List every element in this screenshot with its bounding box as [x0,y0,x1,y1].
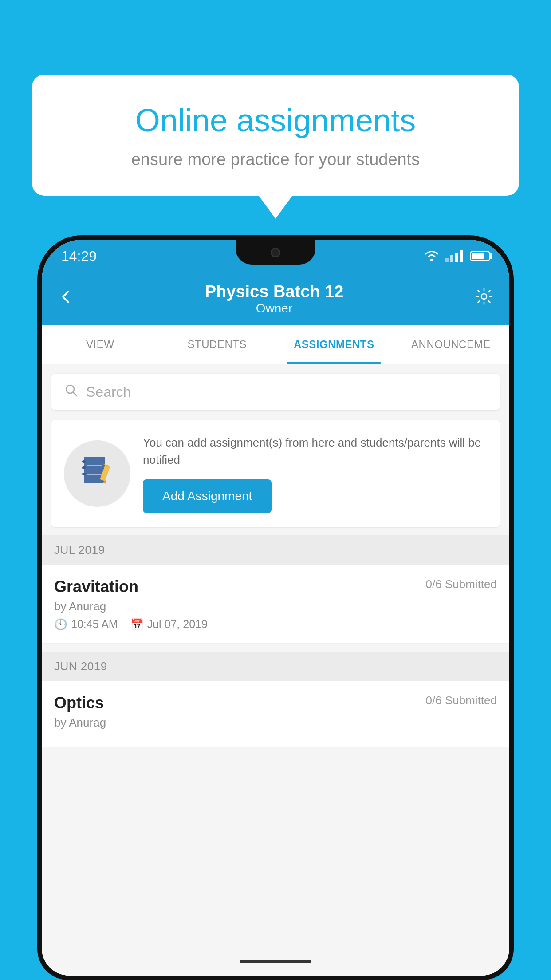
header-subtitle: Owner [205,301,344,316]
tab-assignments-label: ASSIGNMENTS [294,338,374,351]
back-button[interactable] [58,288,74,309]
add-assignment-right: You can add assignment(s) from here and … [143,434,487,513]
promo-title: Online assignments [64,101,487,139]
svg-rect-5 [82,466,86,469]
phone-screen: 14:29 [42,240,509,976]
promo-card: Online assignments ensure more practice … [32,75,519,196]
header-center: Physics Batch 12 Owner [205,282,344,316]
promo-subtitle: ensure more practice for your students [64,150,487,169]
search-bar[interactable]: Search [51,374,500,410]
assignment-header-optics: Optics 0/6 Submitted [54,694,497,712]
assignment-author-gravitation: by Anurag [54,600,497,613]
search-icon [64,383,78,401]
svg-rect-6 [82,473,86,475]
assignment-item-optics[interactable]: Optics 0/6 Submitted by Anurag [42,681,509,747]
add-assignment-section: You can add assignment(s) from here and … [51,420,500,527]
tab-students[interactable]: STUDENTS [159,325,276,364]
app-header: Physics Batch 12 Owner [42,273,509,325]
tab-students-label: STUDENTS [188,338,247,351]
settings-button[interactable] [475,287,493,310]
status-time: 14:29 [61,248,97,265]
svg-point-0 [430,259,433,261]
assignment-submitted-gravitation: 0/6 Submitted [426,577,497,591]
assignment-time-value: 10:45 AM [71,618,118,631]
camera [271,248,280,257]
content-area: Search [42,364,509,976]
assignment-submitted-optics: 0/6 Submitted [426,694,497,707]
assignment-date-gravitation: 📅 Jul 07, 2019 [130,618,208,631]
tab-announcements-label: ANNOUNCEME [411,338,490,351]
assignment-name-gravitation: Gravitation [54,577,138,596]
tab-view-label: VIEW [86,338,114,351]
tab-assignments[interactable]: ASSIGNMENTS [276,325,393,364]
svg-point-1 [481,294,487,299]
home-bar [240,960,311,963]
assignment-time-gravitation: 🕙 10:45 AM [54,618,118,631]
assignment-author-optics: by Anurag [54,716,497,730]
assignment-icon-circle [64,440,130,507]
wifi-icon [424,250,440,262]
month-label-jul: JUL 2019 [54,543,105,557]
battery-icon [470,251,490,261]
month-label-jun: JUN 2019 [54,660,107,673]
assignment-name-optics: Optics [54,694,104,712]
tabs-bar: VIEW STUDENTS ASSIGNMENTS ANNOUNCEME [42,325,509,364]
assignment-item-gravitation[interactable]: Gravitation 0/6 Submitted by Anurag 🕙 10… [42,565,509,644]
assignment-date-value: Jul 07, 2019 [147,618,208,631]
tab-view[interactable]: VIEW [42,325,159,364]
header-title: Physics Batch 12 [205,282,344,301]
notebook-icon [79,452,115,495]
phone-frame: 14:29 [37,235,514,980]
month-header-jun: JUN 2019 [42,652,509,681]
phone-notch [236,240,315,265]
status-icons [424,250,490,262]
signal-icon [445,250,463,262]
clock-icon: 🕙 [54,618,67,631]
svg-rect-4 [82,460,86,463]
assignment-header-gravitation: Gravitation 0/6 Submitted [54,577,497,596]
add-assignment-button[interactable]: Add Assignment [143,479,272,513]
tab-announcements[interactable]: ANNOUNCEME [393,325,510,364]
search-placeholder: Search [86,384,131,400]
month-header-jul: JUL 2019 [42,535,509,565]
assignment-meta-gravitation: 🕙 10:45 AM 📅 Jul 07, 2019 [54,618,497,631]
add-assignment-desc: You can add assignment(s) from here and … [143,434,487,469]
calendar-icon: 📅 [130,618,144,631]
